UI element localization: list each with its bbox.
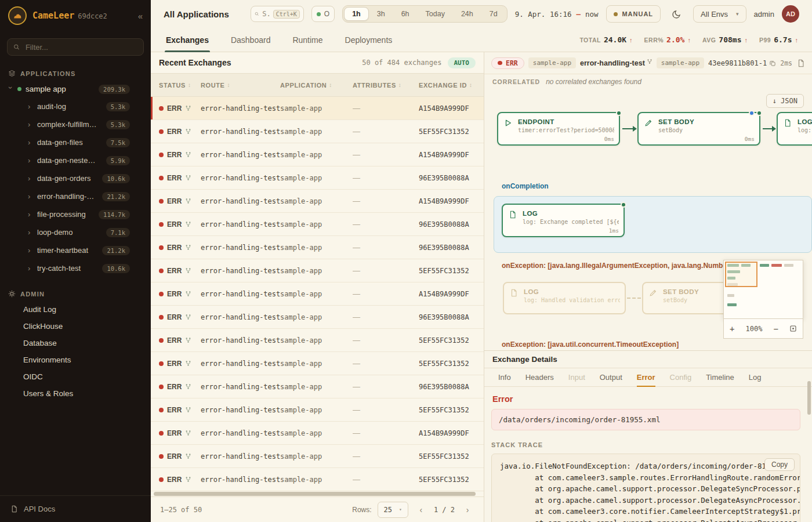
- table-row[interactable]: ERR error-handling-test sample-app — 5EF…: [151, 445, 484, 468]
- nav-tab[interactable]: Runtime: [291, 28, 324, 52]
- sidebar-item-route[interactable]: › file-processing 114.7k: [0, 205, 151, 223]
- table-row[interactable]: ERR error-handling-test sample-app — 96E…: [151, 213, 484, 236]
- table-row[interactable]: ERR error-handling-test sample-app — A15…: [151, 143, 484, 166]
- column-header-exchange-id[interactable]: EXCHANGE ID↕: [419, 82, 484, 89]
- copy-icon[interactable]: [769, 60, 776, 67]
- nav-tab[interactable]: Exchanges: [165, 28, 210, 52]
- table-row[interactable]: ERR error-handling-test sample-app — A15…: [151, 282, 484, 306]
- application-cell: sample-app: [280, 128, 353, 136]
- flow-minimap[interactable]: [723, 260, 803, 319]
- time-range-button[interactable]: 1h: [344, 7, 369, 21]
- flow-node-endpoint[interactable]: ENDPOINT timer:errorTest?period=5000&del…: [497, 112, 620, 146]
- sidebar-filter[interactable]: [7, 38, 144, 56]
- details-tab[interactable]: Error: [637, 368, 655, 386]
- table-row[interactable]: ERR error-handling-test sample-app — A15…: [151, 97, 484, 120]
- table-row[interactable]: ERR error-handling-test sample-app — A15…: [151, 190, 484, 213]
- column-header-attributes[interactable]: ATTRIBUTES↕: [353, 82, 419, 89]
- sidebar-item-route[interactable]: › try-catch-test 10.6k: [0, 259, 151, 277]
- dark-mode-toggle[interactable]: [668, 5, 686, 23]
- time-range-button[interactable]: 24h: [453, 7, 481, 21]
- sidebar-item-sample-app[interactable]: › sample app 209.3k: [0, 81, 151, 97]
- details-tab[interactable]: Info: [498, 368, 511, 386]
- copy-exchange-icon[interactable]: [797, 59, 805, 67]
- column-header-route[interactable]: ROUTE↕: [201, 82, 280, 89]
- table-row[interactable]: ERR error-handling-test sample-app — 5EF…: [151, 259, 484, 282]
- column-header-application[interactable]: APPLICATION↕: [280, 82, 353, 89]
- attributes-cell: —: [353, 452, 419, 461]
- nav-tab[interactable]: Dashboard: [230, 28, 272, 52]
- column-header-status[interactable]: STATUS↕: [151, 82, 201, 89]
- sidebar-item-admin[interactable]: OIDC: [0, 368, 151, 385]
- log-document-icon: [784, 119, 792, 127]
- horizontal-scrollbar[interactable]: [151, 491, 484, 496]
- sidebar-item-route[interactable]: › audit-log 5.3k: [0, 97, 151, 115]
- table-row[interactable]: ERR error-handling-test sample-app — 96E…: [151, 166, 484, 190]
- stack-trace-label: STACK TRACE: [491, 441, 804, 448]
- zoom-in-button[interactable]: +: [730, 324, 734, 334]
- table-row[interactable]: ERR error-handling-test sample-app — 5EF…: [151, 398, 484, 422]
- manual-mode-button[interactable]: MANUAL: [606, 5, 661, 23]
- route-name[interactable]: error-handling-test: [580, 59, 652, 67]
- sidebar-item-admin[interactable]: ClickHouse: [0, 318, 151, 335]
- flow-node-completion-log[interactable]: LOG log: Exchange completed [${exchan 1m…: [502, 204, 625, 237]
- next-page-button[interactable]: ›: [461, 503, 474, 517]
- sidebar-collapse-icon[interactable]: «: [138, 11, 143, 21]
- sidebar-item-route[interactable]: › loop-demo 7.1k: [0, 223, 151, 241]
- avatar[interactable]: AD: [782, 5, 799, 23]
- application-cell: sample-app: [280, 244, 353, 252]
- exchange-id[interactable]: 43ee9811b801-1: [708, 59, 776, 67]
- details-tab[interactable]: Output: [600, 368, 622, 386]
- nav-tab[interactable]: Deployments: [344, 28, 394, 52]
- sidebar-item-admin[interactable]: Audit Log: [0, 301, 151, 318]
- details-tab[interactable]: Headers: [525, 368, 554, 386]
- table-row[interactable]: ERR error-handling-test sample-app — 5EF…: [151, 352, 484, 375]
- exchanges-header: Recent Exchanges 50 of 484 exchanges AUT…: [151, 52, 484, 74]
- global-search[interactable]: Ctrl+K: [251, 6, 304, 22]
- time-range-button[interactable]: 7d: [481, 7, 506, 21]
- sidebar-item-route[interactable]: › data-gen-files 7.5k: [0, 133, 151, 151]
- date-range[interactable]: 9. Apr. 16:16 — now: [515, 10, 599, 19]
- table-row[interactable]: ERR error-handling-test sample-app — 5EF…: [151, 468, 484, 491]
- application-cell: sample-app: [280, 406, 353, 414]
- sidebar-item-admin[interactable]: Database: [0, 335, 151, 351]
- details-tab[interactable]: Input: [568, 368, 585, 386]
- table-row[interactable]: ERR error-handling-test sample-app — 5EF…: [151, 329, 484, 352]
- time-range-button[interactable]: 3h: [369, 7, 393, 21]
- table-row[interactable]: ERR error-handling-test sample-app — 96E…: [151, 306, 484, 329]
- time-range-button[interactable]: 6h: [393, 7, 418, 21]
- sidebar-item-route[interactable]: › error-handling-… 21.2k: [0, 187, 151, 205]
- rows-per-page-select[interactable]: 25 ▾: [378, 502, 408, 518]
- time-range-button[interactable]: Today: [418, 7, 453, 21]
- table-row[interactable]: ERR error-handling-test sample-app — 96E…: [151, 375, 484, 398]
- vertical-scrollbar[interactable]: [807, 381, 811, 415]
- sidebar-item-route[interactable]: › data-gen-neste… 5.9k: [0, 151, 151, 169]
- filter-input[interactable]: [24, 42, 137, 52]
- sidebar-footer[interactable]: API Docs: [0, 495, 151, 522]
- table-row[interactable]: ERR error-handling-test sample-app — A15…: [151, 422, 484, 445]
- copy-button[interactable]: Copy: [764, 458, 795, 471]
- details-tab[interactable]: Config: [670, 368, 692, 386]
- sidebar-item-admin[interactable]: Users & Roles: [0, 385, 151, 402]
- sidebar-item-route[interactable]: › data-gen-orders 10.6k: [0, 169, 151, 187]
- download-json-button[interactable]: ↓ JSON: [766, 94, 804, 108]
- zoom-fit-button[interactable]: [789, 325, 797, 332]
- search-input[interactable]: [261, 9, 270, 19]
- details-tab[interactable]: Timeline: [706, 368, 734, 386]
- live-toggle[interactable]: O: [311, 6, 335, 22]
- sidebar-item-route[interactable]: › timer-heartbeat 21.2k: [0, 241, 151, 259]
- zoom-out-button[interactable]: −: [773, 324, 778, 334]
- table-row[interactable]: ERR error-handling-test sample-app — 96E…: [151, 236, 484, 259]
- prev-page-button[interactable]: ‹: [414, 503, 428, 517]
- env-select[interactable]: All Envs ▾: [693, 5, 746, 23]
- minimap-viewport[interactable]: [725, 262, 757, 287]
- auto-refresh-badge[interactable]: AUTO: [448, 57, 476, 68]
- scrollbar-thumb[interactable]: [154, 492, 476, 496]
- api-docs-link[interactable]: API Docs: [24, 505, 55, 513]
- flow-node-exception-log[interactable]: LOG log: Handled validation error: ${exc…: [503, 282, 626, 314]
- flow-node-set-body[interactable]: SET BODY setBody 0ms: [637, 112, 760, 146]
- details-tab[interactable]: Log: [749, 368, 762, 386]
- sidebar-item-admin[interactable]: Environments: [0, 351, 151, 368]
- table-row[interactable]: ERR error-handling-test sample-app — 5EF…: [151, 120, 484, 143]
- flow-node-log[interactable]: LOG log: Sta: [777, 112, 812, 146]
- sidebar-item-route[interactable]: › complex-fulfillm… 5.3k: [0, 115, 151, 133]
